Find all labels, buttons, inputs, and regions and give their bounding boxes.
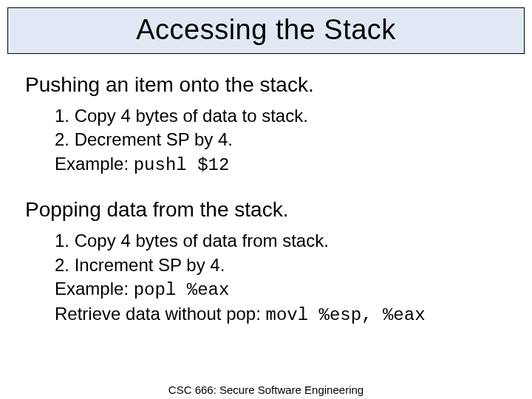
pop-step-1: 1. Copy 4 bytes of data from stack. <box>55 229 507 253</box>
push-heading: Pushing an item onto the stack. <box>25 73 507 97</box>
slide-footer: CSC 666: Secure Software Engineering <box>0 383 532 396</box>
pop-example: Example: popl %eax <box>55 277 507 302</box>
push-example-code: pushl $12 <box>134 155 230 175</box>
slide: Accessing the Stack Pushing an item onto… <box>0 7 532 399</box>
push-example: Example: pushl $12 <box>55 152 507 177</box>
pop-step-2: 2. Increment SP by 4. <box>55 253 507 277</box>
push-example-label: Example: <box>55 154 134 174</box>
push-steps: 1. Copy 4 bytes of data to stack. 2. Dec… <box>55 104 507 177</box>
push-step-1: 1. Copy 4 bytes of data to stack. <box>55 104 507 128</box>
pop-retrieve: Retrieve data without pop: movl %esp, %e… <box>55 302 507 327</box>
pop-steps: 1. Copy 4 bytes of data from stack. 2. I… <box>55 229 507 328</box>
pop-example-label: Example: <box>55 279 134 299</box>
pop-retrieve-code: movl %esp, %eax <box>266 305 426 325</box>
pop-example-code: popl %eax <box>134 280 230 300</box>
pop-heading: Popping data from the stack. <box>25 198 507 222</box>
pop-retrieve-label: Retrieve data without pop: <box>55 304 266 324</box>
title-bar: Accessing the Stack <box>7 7 525 54</box>
slide-title: Accessing the Stack <box>8 14 524 46</box>
push-step-2: 2. Decrement SP by 4. <box>55 128 507 151</box>
slide-content: Pushing an item onto the stack. 1. Copy … <box>0 54 532 328</box>
